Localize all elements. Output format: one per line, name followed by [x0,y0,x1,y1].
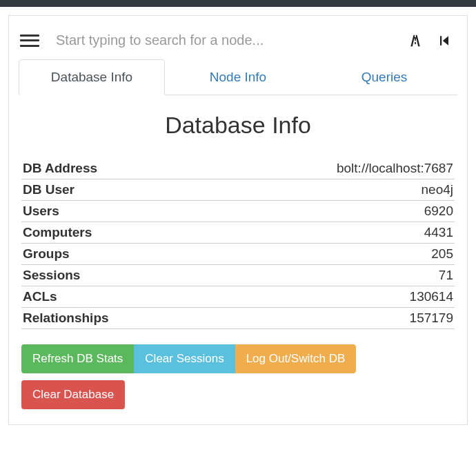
tab-queries[interactable]: Queries [311,59,457,95]
info-table: DB Address bolt://localhost:7687 DB User… [21,158,455,329]
info-value: 130614 [410,289,453,304]
info-label: DB Address [23,161,97,176]
road-icon[interactable] [408,33,423,48]
search-input[interactable] [50,30,397,51]
window-top-bar [0,0,476,7]
info-label: Sessions [23,268,80,283]
tab-content: Database Info DB Address bolt://localhos… [19,95,457,415]
toolbar [19,24,457,59]
info-value: bolt://localhost:7687 [337,161,453,176]
svg-rect-0 [440,36,442,46]
info-row-sessions: Sessions 71 [21,265,455,286]
info-value: 6920 [424,204,453,219]
clear-sessions-button[interactable]: Clear Sessions [134,344,235,373]
info-label: ACLs [23,289,57,304]
info-row-db-address: DB Address bolt://localhost:7687 [21,158,455,179]
info-row-db-user: DB User neo4j [21,179,455,201]
action-button-bar: Refresh DB Stats Clear Sessions Log Out/… [21,344,455,409]
info-value: 205 [431,246,453,262]
clear-database-button[interactable]: Clear Database [21,380,125,409]
toolbar-icon-group [408,33,456,48]
refresh-db-stats-button[interactable]: Refresh DB Stats [21,344,134,373]
page-title: Database Info [21,112,455,139]
step-back-icon[interactable] [437,33,452,48]
info-label: DB User [23,182,75,197]
info-value: 4431 [424,225,453,240]
tab-label: Database Info [51,70,132,84]
tab-database-info[interactable]: Database Info [19,59,165,95]
info-value: 71 [439,268,453,283]
hamburger-menu-icon[interactable] [20,33,39,48]
info-row-groups: Groups 205 [21,244,455,265]
logout-switch-db-button[interactable]: Log Out/Switch DB [235,344,357,373]
info-label: Groups [23,246,70,262]
info-row-users: Users 6920 [21,201,455,222]
info-label: Relationships [23,311,109,326]
info-row-computers: Computers 4431 [21,222,455,244]
info-value: neo4j [422,182,454,197]
tab-bar: Database Info Node Info Queries [19,59,457,95]
main-panel: Database Info Node Info Queries Database… [8,15,468,425]
info-value: 157179 [410,311,453,326]
info-row-acls: ACLs 130614 [21,286,455,308]
info-row-relationships: Relationships 157179 [21,308,455,329]
info-label: Computers [23,225,92,240]
tab-label: Node Info [210,70,266,84]
tab-node-info[interactable]: Node Info [165,59,311,95]
info-label: Users [23,204,59,219]
tab-label: Queries [361,70,408,84]
